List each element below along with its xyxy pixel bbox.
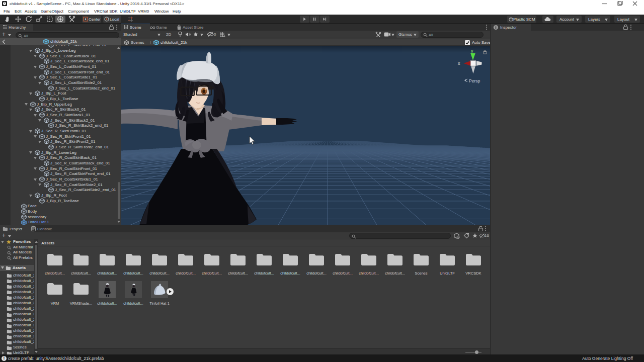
svg-text:Persp: Persp (469, 78, 480, 83)
svg-text:x: x (458, 61, 460, 66)
svg-text:y: y (471, 48, 473, 53)
